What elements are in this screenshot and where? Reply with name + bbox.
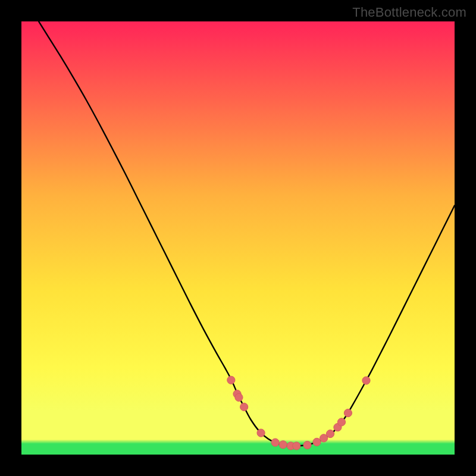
plot-area bbox=[21, 21, 455, 455]
data-marker bbox=[227, 376, 235, 384]
gradient-background bbox=[21, 21, 455, 455]
data-marker bbox=[344, 409, 352, 417]
data-marker bbox=[240, 403, 248, 411]
data-marker bbox=[362, 377, 370, 384]
attribution-text: TheBottleneck.com bbox=[352, 5, 466, 20]
data-marker bbox=[313, 438, 321, 446]
data-marker bbox=[326, 430, 334, 437]
data-marker bbox=[271, 439, 279, 446]
data-marker bbox=[257, 429, 265, 437]
data-marker bbox=[279, 441, 287, 449]
data-marker bbox=[303, 441, 311, 449]
data-marker bbox=[293, 442, 300, 450]
data-marker bbox=[337, 418, 345, 426]
chart-frame: TheBottleneck.com bbox=[0, 0, 476, 476]
data-marker bbox=[235, 393, 243, 401]
plot-svg bbox=[21, 21, 455, 455]
